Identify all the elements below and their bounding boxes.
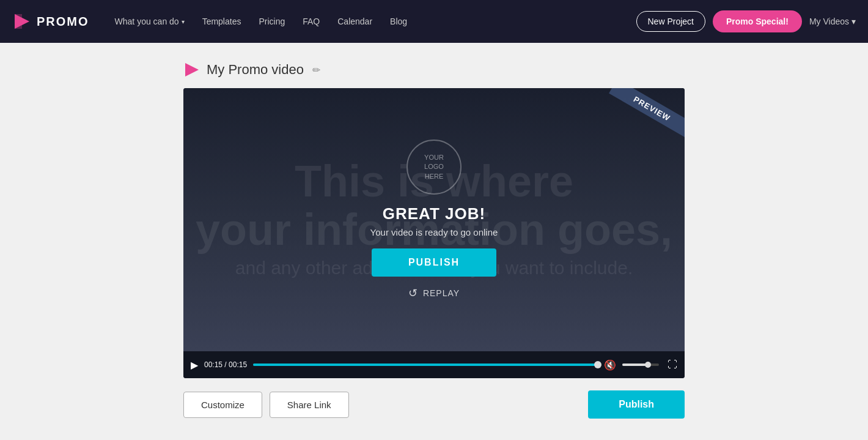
nav-calendar[interactable]: Calendar: [330, 12, 380, 31]
logo[interactable]: PROMO: [12, 12, 89, 31]
nav-blog[interactable]: Blog: [383, 12, 414, 31]
navbar: PROMO What you can do ▾ Templates Pricin…: [0, 0, 868, 43]
play-button[interactable]: ▶: [191, 359, 198, 371]
nav-right: New Project Promo Special! My Videos ▾: [636, 10, 856, 32]
my-videos-chevron-icon: ▾: [851, 17, 856, 26]
svg-marker-2: [185, 63, 199, 76]
nav-links: What you can do ▾ Templates Pricing FAQ …: [108, 12, 630, 31]
progress-thumb: [594, 361, 601, 368]
video-title-row: My Promo video ✏: [183, 61, 685, 78]
progress-fill: [253, 364, 598, 366]
chevron-down-icon: ▾: [182, 18, 185, 25]
fullscreen-icon[interactable]: ⛶: [668, 359, 677, 370]
logo-text: PROMO: [37, 15, 89, 29]
nav-pricing[interactable]: Pricing: [251, 12, 292, 31]
bottom-buttons: Customize Share Link Publish: [183, 390, 685, 419]
nav-templates[interactable]: Templates: [195, 12, 249, 31]
new-project-button[interactable]: New Project: [636, 11, 705, 32]
main-content: My Promo video ✏ This is where your info…: [0, 43, 868, 440]
nav-faq[interactable]: FAQ: [295, 12, 327, 31]
promo-play-icon: [183, 61, 200, 78]
logo-circle: YOURLOGOHERE: [406, 140, 462, 195]
customize-button[interactable]: Customize: [183, 392, 262, 418]
logo-circle-text: YOURLOGOHERE: [424, 153, 444, 181]
publish-overlay-button[interactable]: PUBLISH: [372, 248, 496, 277]
ready-subtitle: Your video is ready to go online: [370, 227, 498, 237]
nav-what-you-can-do[interactable]: What you can do ▾: [108, 12, 192, 31]
promo-logo-icon: [12, 12, 32, 31]
video-area: This is where your information goes, and…: [183, 88, 685, 351]
overlay-content: YOURLOGOHERE GREAT JOB! Your video is re…: [370, 140, 498, 300]
video-title: My Promo video: [207, 62, 304, 78]
video-controls: ▶ 00:15 / 00:15 🔇 ⛶: [183, 351, 685, 378]
share-link-button[interactable]: Share Link: [270, 392, 349, 418]
progress-bar[interactable]: [253, 364, 598, 366]
promo-special-button[interactable]: Promo Special!: [713, 10, 802, 32]
my-videos-menu[interactable]: My Videos ▾: [809, 17, 856, 26]
publish-button[interactable]: Publish: [588, 390, 685, 419]
time-display: 00:15 / 00:15: [204, 360, 247, 369]
edit-icon[interactable]: ✏: [312, 64, 320, 76]
replay-button[interactable]: ↺ REPLAY: [408, 286, 460, 300]
volume-fill: [622, 364, 648, 366]
volume-bar[interactable]: [622, 364, 659, 366]
great-job-title: GREAT JOB!: [383, 204, 485, 223]
svg-marker-1: [15, 14, 22, 29]
preview-ribbon: Preview: [609, 88, 685, 138]
video-container: This is where your information goes, and…: [183, 88, 685, 378]
volume-thumb: [645, 362, 651, 368]
volume-icon[interactable]: 🔇: [604, 359, 616, 371]
replay-icon: ↺: [408, 286, 418, 300]
